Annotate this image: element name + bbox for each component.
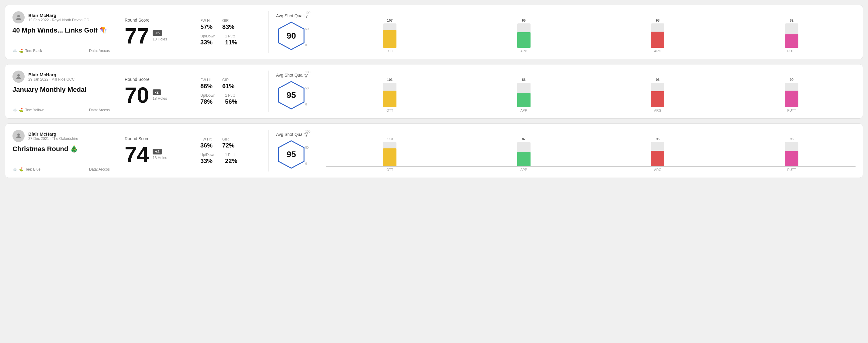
tee-icon: ⛳ — [19, 167, 23, 172]
chart-column: 98 — [594, 19, 722, 48]
bar-chart-wrapper: 100 50 0 101 86 96 99 — [315, 70, 856, 112]
stat-fw-hit-value: 57% — [200, 23, 213, 30]
user-header: Blair McHarg 29 Jan 2022 · Mill Ride GCC — [12, 70, 110, 83]
tee-icon: ⛳ — [19, 49, 23, 53]
stats-row-bottom: Up/Down 33% 1 Putt 11% — [200, 34, 261, 46]
hexagon-wrapper: 95 — [276, 80, 306, 111]
stat-oneputt: 1 Putt 56% — [225, 93, 237, 105]
user-header: Blair McHarg 27 Dec 2021 · The Oxfordshi… — [12, 130, 110, 142]
card-left: Blair McHarg 27 Dec 2021 · The Oxfordshi… — [12, 130, 110, 172]
divider — [193, 70, 193, 112]
tee-label: Tee: Blue — [25, 167, 40, 172]
chart-x-label: ARG — [594, 49, 722, 53]
card-footer: ☁️ ⛳ Tee: Black Data: Arccos — [12, 49, 110, 53]
stat-fw-hit-value: 86% — [200, 83, 213, 90]
round-title: January Monthly Medal — [12, 86, 110, 94]
chart-x-label: APP — [460, 168, 588, 172]
card-stats: FW Hit 86% GIR 61% Up/Down 78% 1 Putt 56… — [200, 70, 261, 112]
user-date: 12 Feb 2022 · Royal North Devon GC — [28, 18, 89, 22]
user-date: 27 Dec 2021 · The Oxfordshire — [28, 136, 78, 141]
round-title: Christmas Round 🎄 — [12, 145, 110, 153]
bar-value: 93 — [790, 137, 794, 141]
bar-chart: 110 87 95 93 — [326, 130, 856, 166]
chart-x-label: OTT — [326, 168, 454, 172]
badge-holes: 18 Holes — [153, 96, 167, 101]
stats-row-top: FW Hit 57% GIR 83% — [200, 19, 261, 30]
chart-x-label: ARG — [594, 108, 722, 112]
badge-holes: 18 Holes — [153, 156, 167, 160]
chart-column: 101 — [326, 78, 454, 107]
score-row: 70 -2 18 Holes — [125, 84, 185, 106]
bar-container — [651, 23, 664, 48]
divider — [269, 11, 269, 53]
round-card: Blair McHarg 27 Dec 2021 · The Oxfordshi… — [5, 123, 863, 178]
quality-section: Avg Shot Quality 90 — [276, 13, 308, 51]
stat-updown-value: 78% — [200, 98, 215, 105]
quality-label: Avg Shot Quality — [276, 73, 308, 77]
stats-row-bottom: Up/Down 78% 1 Putt 56% — [200, 93, 261, 105]
stat-gir-label: GIR — [222, 137, 235, 142]
divider — [117, 70, 117, 112]
score-badge: -2 18 Holes — [153, 89, 167, 101]
stat-oneputt-label: 1 Putt — [225, 93, 237, 98]
badge-pill: -2 — [153, 89, 161, 95]
bar-value: 101 — [387, 78, 393, 82]
user-name: Blair McHarg — [28, 131, 78, 136]
card-score: Round Score 74 +2 18 Holes — [125, 130, 185, 172]
user-name: Blair McHarg — [28, 13, 89, 18]
chart-column: 99 — [728, 78, 856, 107]
quality-section: Avg Shot Quality 95 — [276, 132, 308, 170]
stats-row-bottom: Up/Down 33% 1 Putt 22% — [200, 153, 261, 164]
avatar — [12, 11, 25, 23]
stat-oneputt-label: 1 Putt — [225, 34, 237, 38]
badge-holes: 18 Holes — [153, 37, 167, 41]
hex-score: 95 — [286, 150, 296, 159]
y-axis: 100 50 0 — [305, 70, 310, 106]
user-header: Blair McHarg 12 Feb 2022 · Royal North D… — [12, 11, 110, 23]
round-card: Blair McHarg 29 Jan 2022 · Mill Ride GCC… — [5, 64, 863, 119]
bar-value: 96 — [656, 78, 659, 82]
svg-point-4 — [17, 133, 20, 136]
bar-value: 87 — [522, 137, 526, 141]
bar-container — [517, 23, 530, 48]
stat-fw-hit-label: FW Hit — [200, 137, 213, 142]
card-quality: Avg Shot Quality 95 100 50 0 101 86 — [276, 70, 856, 112]
divider — [117, 11, 117, 53]
bar-value: 95 — [656, 137, 659, 141]
stats-row-top: FW Hit 86% GIR 61% — [200, 78, 261, 90]
score-row: 74 +2 18 Holes — [125, 144, 185, 165]
chart-x-label: APP — [460, 49, 588, 53]
chart-column: 93 — [728, 137, 856, 166]
stat-oneputt: 1 Putt 11% — [225, 34, 237, 46]
stat-fw-hit: FW Hit 86% — [200, 78, 213, 90]
tee-info: ☁️ ⛳ Tee: Black — [12, 49, 42, 53]
chart-column: 86 — [460, 78, 588, 107]
stat-updown: Up/Down 33% — [200, 153, 215, 164]
quality-label: Avg Shot Quality — [276, 13, 308, 18]
user-date: 29 Jan 2022 · Mill Ride GCC — [28, 77, 74, 82]
chart-area: 100 50 0 110 87 95 93 — [315, 130, 856, 172]
score-label: Round Score — [125, 18, 185, 23]
stat-fw-hit-label: FW Hit — [200, 78, 213, 82]
chart-x-label: PUTT — [728, 108, 856, 112]
bar-value: 82 — [790, 19, 794, 22]
score-number: 70 — [125, 84, 149, 106]
bar-value: 99 — [790, 78, 794, 82]
stat-oneputt-value: 56% — [225, 98, 237, 105]
stat-fw-hit: FW Hit 57% — [200, 19, 213, 30]
chart-column: 87 — [460, 137, 588, 166]
avatar — [12, 130, 25, 142]
chart-area: 100 50 0 107 95 98 82 — [315, 11, 856, 53]
bar-container — [383, 23, 397, 48]
card-quality: Avg Shot Quality 90 100 50 0 107 95 — [276, 11, 856, 53]
chart-baseline: OTTAPPARGPUTT — [326, 166, 856, 172]
card-quality: Avg Shot Quality 95 100 50 0 110 87 — [276, 130, 856, 172]
chart-column: 82 — [728, 19, 856, 48]
chart-area: 100 50 0 101 86 96 99 — [315, 70, 856, 112]
svg-point-2 — [17, 74, 20, 76]
stat-gir-label: GIR — [222, 19, 235, 23]
stat-updown: Up/Down 78% — [200, 93, 215, 105]
chart-baseline: OTTAPPARGPUTT — [326, 107, 856, 112]
bar-container — [517, 142, 530, 166]
score-number: 74 — [125, 144, 149, 165]
